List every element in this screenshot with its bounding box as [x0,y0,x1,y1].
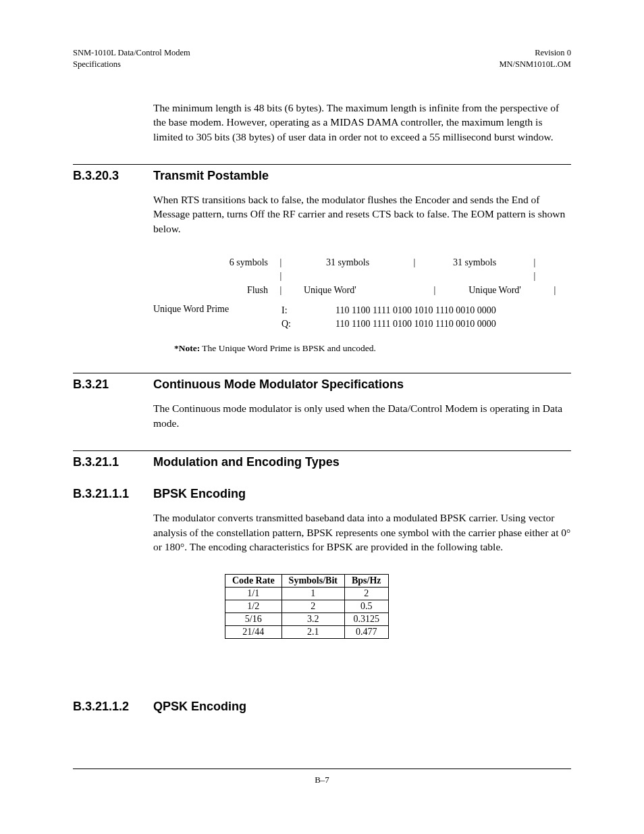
note-label: *Note: [174,343,200,353]
heading-transmit-postamble: B.3.20.3 Transmit Postamble [73,169,571,183]
diagram-cell: 31 symbols [417,256,532,269]
continuous-mode-paragraph: The Continuous mode modulator is only us… [153,401,571,430]
diagram-row-spacer: | | [153,269,571,283]
table-row: 1/2 2 0.5 [225,600,389,613]
table-row: 21/44 2.1 0.477 [225,626,389,639]
diagram-cell: Flush [153,284,278,297]
cell-code-rate: 1/2 [225,600,282,613]
cell-code-rate: 1/1 [225,588,282,600]
cell-bps-hz: 0.477 [344,626,388,639]
diagram-cell: Unique Word' [437,284,552,297]
heading-continuous-mode: B.3.21 Continuous Mode Modulator Specifi… [73,377,571,392]
page-footer: B–7 [73,768,571,785]
i-bits: 110 1100 1111 0100 1010 1110 0010 0000 [336,304,496,317]
cell-bps-hz: 2 [344,588,388,600]
diagram-cell: 31 symbols [284,256,412,269]
cell-code-rate: 5/16 [225,613,282,626]
q-bits: 110 1100 1111 0100 1010 1110 0010 0000 [336,317,496,331]
postamble-paragraph: When RTS transitions back to false, the … [153,192,571,236]
header-revision: Revision 0 [499,47,571,59]
cell-bps-hz: 0.5 [344,600,388,613]
header-right: Revision 0 MN/SNM1010L.OM [499,47,571,70]
diagram-cell: Unique Word' [284,284,432,297]
cell-symbols-bit: 2 [281,600,344,613]
cell-symbols-bit: 1 [281,588,344,600]
uw-prime-label: Unique Word Prime [153,304,275,332]
table-row: 5/16 3.2 0.3125 [225,613,389,626]
section-rule [73,164,571,165]
cell-symbols-bit: 3.2 [281,613,344,626]
heading-bpsk-encoding: B.3.21.1.1 BPSK Encoding [73,487,571,501]
unique-word-prime-block: Unique Word Prime I: Q: 110 1100 1111 01… [153,304,571,332]
heading-title: Modulation and Encoding Types [153,455,340,469]
iq-bits: 110 1100 1111 0100 1010 1110 0010 0000 1… [336,304,496,332]
bpsk-paragraph: The modulator converts transmitted baseb… [153,511,571,554]
col-header: Symbols/Bit [281,575,344,588]
header-doc-title: SNM-1010L Data/Control Modem [73,47,190,59]
i-label: I: [281,304,336,317]
heading-number: B.3.20.3 [73,169,153,183]
diagram-row-symbols: 6 symbols | 31 symbols | 31 symbols | [153,256,571,269]
document-page: SNM-1010L Data/Control Modem Specificati… [0,0,644,834]
header-manual-id: MN/SNM1010L.OM [499,59,571,70]
table-header-row: Code Rate Symbols/Bit Bps/Hz [225,575,389,588]
table-row: 1/1 1 2 [225,588,389,600]
heading-qpsk-encoding: B.3.21.1.2 QPSK Encoding [73,700,571,714]
iq-labels: I: Q: [275,304,336,332]
section-rule [73,450,571,451]
heading-title: Continuous Mode Modulator Specifications [153,377,404,392]
heading-number: B.3.21.1.2 [73,700,153,714]
section-rule [73,373,571,373]
heading-modulation-encoding: B.3.21.1 Modulation and Encoding Types [73,455,571,469]
col-header: Code Rate [225,575,282,588]
heading-title: Transmit Postamble [153,169,269,183]
col-header: Bps/Hz [344,575,388,588]
cell-bps-hz: 0.3125 [344,613,388,626]
header-section: Specifications [73,59,190,70]
page-number: B–7 [315,775,329,785]
cell-code-rate: 21/44 [225,626,282,639]
bpsk-encoding-table: Code Rate Symbols/Bit Bps/Hz 1/1 1 2 1/2… [225,574,389,639]
eom-pattern-diagram: 6 symbols | 31 symbols | 31 symbols | | … [153,256,571,297]
diagram-row-labels: Flush | Unique Word' | Unique Word' | [153,284,571,297]
heading-title: BPSK Encoding [153,487,246,501]
header-left: SNM-1010L Data/Control Modem Specificati… [73,47,190,70]
running-header: SNM-1010L Data/Control Modem Specificati… [73,47,571,70]
heading-title: QPSK Encoding [153,700,246,714]
q-label: Q: [281,317,336,331]
heading-number: B.3.21 [73,377,153,392]
intro-paragraph: The minimum length is 48 bits (6 bytes).… [153,101,571,144]
diagram-cell: 6 symbols [153,256,278,269]
heading-number: B.3.21.1.1 [73,487,153,501]
cell-symbols-bit: 2.1 [281,626,344,639]
uw-prime-note: *Note: The Unique Word Prime is BPSK and… [174,343,571,354]
note-text: The Unique Word Prime is BPSK and uncode… [200,343,376,353]
heading-number: B.3.21.1 [73,455,153,469]
